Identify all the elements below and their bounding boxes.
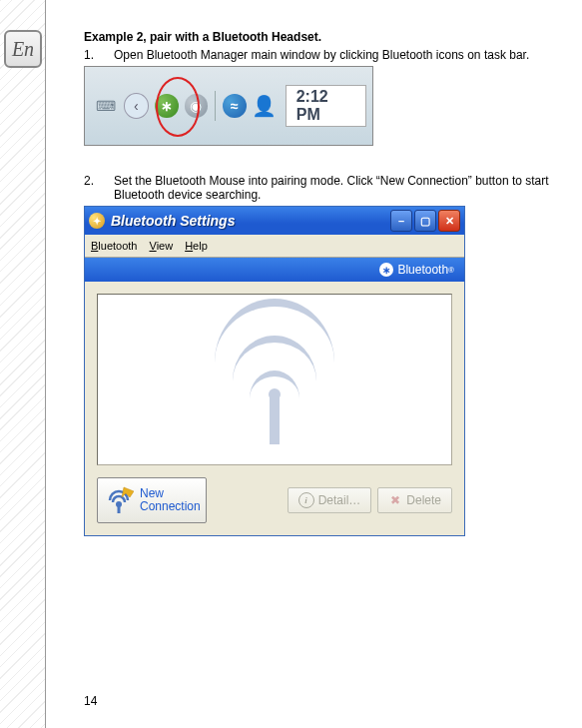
tray-network-icon: ◉ [185,94,209,118]
page-number: 14 [84,694,97,708]
tray-separator [215,91,216,121]
step-number: 1. [84,48,114,62]
menu-help[interactable]: Help [185,240,208,252]
section-heading: Example 2, pair with a Bluetooth Headset… [84,30,582,44]
step-number: 2. [84,174,114,202]
tray-clock: 2:12 PM [286,85,366,127]
menu-bluetooth[interactable]: Bluetooth [91,240,138,252]
brand-text: Bluetooth [397,263,448,277]
figure-taskbar: ⌨ ‹ ∗ ◉ ≈ 👤 2:12 PM [84,66,373,146]
device-list-area [97,294,452,465]
menu-view-rest: iew [157,240,174,252]
window-brandbar: ∗ Bluetooth® [85,258,464,282]
sidebar-hatch [0,0,45,728]
menu-view[interactable]: View [150,240,174,252]
info-icon: i [298,492,314,508]
new-connection-icon [104,485,134,515]
svg-rect-1 [118,504,121,513]
detail-button[interactable]: i Detail… [288,487,372,513]
wireless-watermark-icon [210,315,339,444]
menu-help-rest: elp [193,240,208,252]
tray-bluetooth-icon: ∗ [155,94,179,118]
step-2: 2. Set the Bluetooth Mouse into pairing … [84,174,582,202]
page-sidebar: En [0,0,50,728]
step-1: 1. Open Bluetooth Manager main window by… [84,48,582,62]
tray-expand-icon: ‹ [124,93,150,119]
step-text: Open Bluetooth Manager main window by cl… [114,48,582,62]
delete-icon: ✖ [388,493,402,507]
window-button-row: New Connection i Detail… ✖ Delete [97,477,452,523]
new-connection-label: New Connection [140,487,201,513]
window-menubar: Bluetooth View Help [85,235,464,258]
close-button[interactable]: ✕ [438,210,460,232]
maximize-button[interactable]: ▢ [414,210,436,232]
tray-user-icon: 👤 [253,94,277,118]
window-icon: ✦ [89,213,105,229]
language-badge: En [4,30,42,68]
delete-label: Delete [406,493,441,507]
tray-keyboard-icon: ⌨ [94,94,118,118]
delete-button[interactable]: ✖ Delete [377,487,452,513]
detail-label: Detail… [318,493,361,507]
document-content: Example 2, pair with a Bluetooth Headset… [84,30,582,536]
step-text: Set the Bluetooth Mouse into pairing mod… [114,174,582,202]
sidebar-separator [45,0,46,728]
window-title: Bluetooth Settings [111,213,388,229]
window-titlebar[interactable]: ✦ Bluetooth Settings – ▢ ✕ [85,207,464,235]
window-body: New Connection i Detail… ✖ Delete [85,282,464,535]
figure-bluetooth-settings-window: ✦ Bluetooth Settings – ▢ ✕ Bluetooth Vie… [84,206,465,536]
new-connection-button[interactable]: New Connection [97,477,207,523]
minimize-button[interactable]: – [390,210,412,232]
menu-bluetooth-rest: luetooth [98,240,137,252]
bluetooth-logo-icon: ∗ [379,263,393,277]
tray-app-icon: ≈ [223,94,247,118]
